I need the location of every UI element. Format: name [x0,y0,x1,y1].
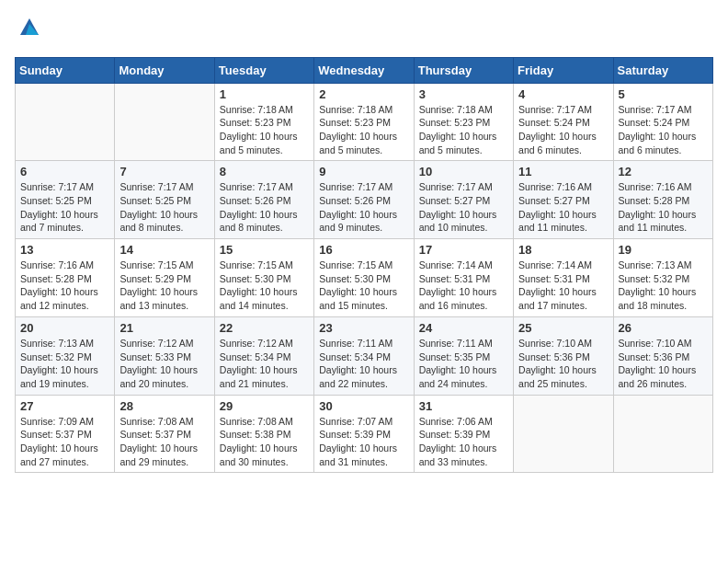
calendar-cell [16,83,115,161]
day-number: 22 [220,321,309,335]
day-info: Sunrise: 7:17 AM Sunset: 5:26 PM Dayligh… [220,180,309,235]
calendar-cell: 19Sunrise: 7:13 AM Sunset: 5:32 PM Dayli… [613,239,712,317]
calendar-cell: 20Sunrise: 7:13 AM Sunset: 5:32 PM Dayli… [16,316,115,395]
logo [15,15,42,46]
calendar-cell: 5Sunrise: 7:17 AM Sunset: 5:24 PM Daylig… [613,83,712,161]
calendar-cell: 23Sunrise: 7:11 AM Sunset: 5:34 PM Dayli… [314,316,414,395]
calendar-cell: 3Sunrise: 7:18 AM Sunset: 5:23 PM Daylig… [414,83,513,161]
day-info: Sunrise: 7:06 AM Sunset: 5:39 PM Dayligh… [419,415,508,469]
weekday-header-monday: Monday [115,57,214,83]
day-number: 26 [619,321,708,335]
day-number: 18 [518,243,608,257]
calendar-cell: 22Sunrise: 7:12 AM Sunset: 5:34 PM Dayli… [214,316,313,395]
calendar-week-row: 13Sunrise: 7:16 AM Sunset: 5:28 PM Dayli… [16,239,713,317]
weekday-header-wednesday: Wednesday [314,57,414,83]
day-info: Sunrise: 7:14 AM Sunset: 5:31 PM Dayligh… [419,259,508,313]
calendar-cell: 11Sunrise: 7:16 AM Sunset: 5:27 PM Dayli… [514,161,613,239]
day-number: 2 [319,87,408,101]
calendar-cell: 12Sunrise: 7:16 AM Sunset: 5:28 PM Dayli… [613,161,712,239]
day-info: Sunrise: 7:13 AM Sunset: 5:32 PM Dayligh… [20,337,109,391]
day-number: 24 [419,321,508,335]
day-number: 6 [20,165,109,178]
day-number: 1 [220,87,309,101]
calendar-cell: 27Sunrise: 7:09 AM Sunset: 5:37 PM Dayli… [16,395,115,473]
day-number: 11 [518,165,608,178]
day-number: 29 [220,399,309,413]
day-number: 15 [220,243,309,257]
day-number: 25 [518,321,608,335]
day-info: Sunrise: 7:18 AM Sunset: 5:23 PM Dayligh… [220,103,309,157]
day-info: Sunrise: 7:15 AM Sunset: 5:30 PM Dayligh… [319,259,408,313]
day-info: Sunrise: 7:18 AM Sunset: 5:23 PM Dayligh… [419,103,508,157]
calendar-cell: 8Sunrise: 7:17 AM Sunset: 5:26 PM Daylig… [214,161,313,239]
day-number: 31 [419,399,508,413]
calendar-cell: 24Sunrise: 7:11 AM Sunset: 5:35 PM Dayli… [414,316,513,395]
calendar-cell: 17Sunrise: 7:14 AM Sunset: 5:31 PM Dayli… [414,239,513,317]
day-number: 28 [119,399,209,413]
day-info: Sunrise: 7:08 AM Sunset: 5:37 PM Dayligh… [119,415,209,469]
day-number: 13 [20,243,109,257]
day-number: 17 [419,243,508,257]
calendar-cell: 9Sunrise: 7:17 AM Sunset: 5:26 PM Daylig… [314,161,414,239]
day-info: Sunrise: 7:11 AM Sunset: 5:35 PM Dayligh… [419,337,508,391]
calendar-cell: 31Sunrise: 7:06 AM Sunset: 5:39 PM Dayli… [414,395,513,473]
day-info: Sunrise: 7:14 AM Sunset: 5:31 PM Dayligh… [518,259,608,313]
day-info: Sunrise: 7:17 AM Sunset: 5:25 PM Dayligh… [119,180,209,235]
day-number: 19 [619,243,708,257]
day-number: 8 [220,165,309,178]
day-info: Sunrise: 7:16 AM Sunset: 5:28 PM Dayligh… [20,259,109,313]
day-number: 30 [319,399,408,413]
day-info: Sunrise: 7:17 AM Sunset: 5:27 PM Dayligh… [419,180,508,235]
calendar-week-row: 20Sunrise: 7:13 AM Sunset: 5:32 PM Dayli… [16,316,713,395]
day-number: 14 [119,243,209,257]
calendar-cell: 25Sunrise: 7:10 AM Sunset: 5:36 PM Dayli… [514,316,613,395]
calendar-week-row: 27Sunrise: 7:09 AM Sunset: 5:37 PM Dayli… [16,395,713,473]
day-info: Sunrise: 7:17 AM Sunset: 5:24 PM Dayligh… [518,103,608,157]
day-info: Sunrise: 7:11 AM Sunset: 5:34 PM Dayligh… [319,337,408,391]
calendar-cell [514,395,613,473]
logo-icon [17,15,42,40]
day-info: Sunrise: 7:12 AM Sunset: 5:34 PM Dayligh… [220,337,309,391]
calendar-cell: 7Sunrise: 7:17 AM Sunset: 5:25 PM Daylig… [115,161,214,239]
calendar-cell [613,395,712,473]
calendar-cell: 15Sunrise: 7:15 AM Sunset: 5:30 PM Dayli… [214,239,313,317]
day-info: Sunrise: 7:15 AM Sunset: 5:29 PM Dayligh… [119,259,209,313]
calendar-cell [115,83,214,161]
day-info: Sunrise: 7:09 AM Sunset: 5:37 PM Dayligh… [20,415,109,469]
weekday-header-tuesday: Tuesday [214,57,313,83]
day-info: Sunrise: 7:07 AM Sunset: 5:39 PM Dayligh… [319,415,408,469]
calendar-cell: 6Sunrise: 7:17 AM Sunset: 5:25 PM Daylig… [16,161,115,239]
calendar-week-row: 6Sunrise: 7:17 AM Sunset: 5:25 PM Daylig… [16,161,713,239]
calendar-cell: 14Sunrise: 7:15 AM Sunset: 5:29 PM Dayli… [115,239,214,317]
day-number: 7 [119,165,209,178]
day-info: Sunrise: 7:17 AM Sunset: 5:26 PM Dayligh… [319,180,408,235]
calendar-week-row: 1Sunrise: 7:18 AM Sunset: 5:23 PM Daylig… [16,83,713,161]
calendar-cell: 30Sunrise: 7:07 AM Sunset: 5:39 PM Dayli… [314,395,414,473]
day-info: Sunrise: 7:10 AM Sunset: 5:36 PM Dayligh… [518,337,608,391]
calendar-cell: 29Sunrise: 7:08 AM Sunset: 5:38 PM Dayli… [214,395,313,473]
weekday-header-thursday: Thursday [414,57,513,83]
calendar-cell: 28Sunrise: 7:08 AM Sunset: 5:37 PM Dayli… [115,395,214,473]
day-number: 5 [619,87,708,101]
day-info: Sunrise: 7:18 AM Sunset: 5:23 PM Dayligh… [319,103,408,157]
day-info: Sunrise: 7:16 AM Sunset: 5:27 PM Dayligh… [518,180,608,235]
calendar-cell: 1Sunrise: 7:18 AM Sunset: 5:23 PM Daylig… [214,83,313,161]
day-number: 27 [20,399,109,413]
day-number: 4 [518,87,608,101]
calendar-cell: 4Sunrise: 7:17 AM Sunset: 5:24 PM Daylig… [514,83,613,161]
weekday-header-saturday: Saturday [613,57,712,83]
day-number: 20 [20,321,109,335]
day-number: 10 [419,165,508,178]
day-info: Sunrise: 7:17 AM Sunset: 5:25 PM Dayligh… [20,180,109,235]
day-info: Sunrise: 7:15 AM Sunset: 5:30 PM Dayligh… [220,259,309,313]
day-number: 16 [319,243,408,257]
weekday-header-sunday: Sunday [16,57,115,83]
day-info: Sunrise: 7:10 AM Sunset: 5:36 PM Dayligh… [619,337,708,391]
weekday-header-friday: Friday [514,57,613,83]
calendar-cell: 18Sunrise: 7:14 AM Sunset: 5:31 PM Dayli… [514,239,613,317]
calendar-cell: 21Sunrise: 7:12 AM Sunset: 5:33 PM Dayli… [115,316,214,395]
day-info: Sunrise: 7:13 AM Sunset: 5:32 PM Dayligh… [619,259,708,313]
day-number: 12 [619,165,708,178]
page-header [15,15,713,46]
day-info: Sunrise: 7:12 AM Sunset: 5:33 PM Dayligh… [119,337,209,391]
